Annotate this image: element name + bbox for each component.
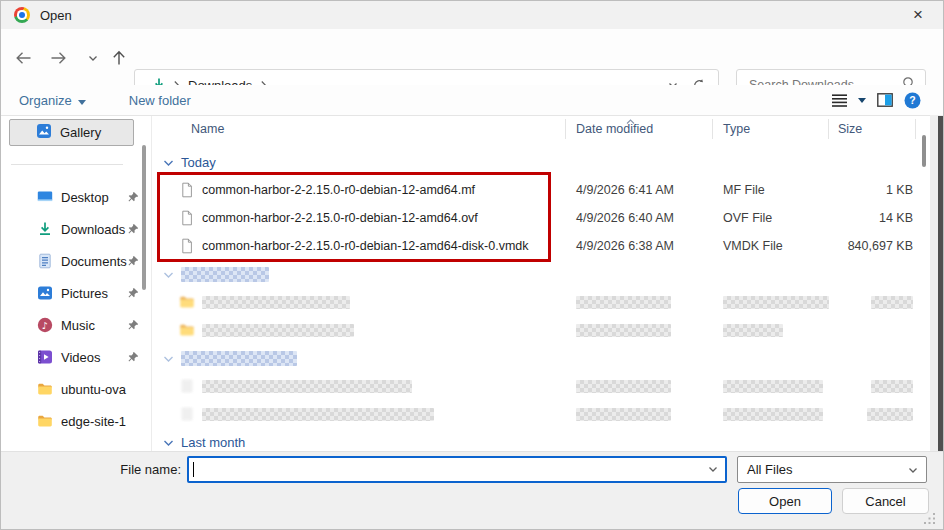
file-icon	[179, 182, 195, 198]
list-scrollbar-thumb[interactable]	[922, 135, 926, 167]
redacted-text	[576, 408, 671, 421]
navigation-sidebar: Gallery DesktopDownloadsDocumentsPicture…	[1, 116, 152, 451]
file-type-select[interactable]: All Files	[737, 456, 927, 483]
redacted-text	[871, 296, 913, 309]
recent-locations-button[interactable]	[80, 46, 106, 70]
file-size	[829, 408, 916, 421]
sidebar-item-label: Downloads	[61, 222, 125, 237]
file-size	[829, 380, 916, 393]
file-icon	[179, 238, 195, 254]
file-row[interactable]	[153, 288, 917, 316]
group-header-redacted[interactable]	[153, 260, 917, 288]
forward-button[interactable]	[45, 46, 71, 70]
dialog-footer: File name: All Files Open Cancel	[1, 451, 943, 529]
date-modified	[566, 324, 713, 337]
redacted-text	[871, 380, 913, 393]
file-row[interactable]: common-harbor-2-2.15.0-r0-debian-12-amd6…	[153, 176, 917, 204]
redacted-text	[202, 296, 350, 309]
file-list-body: Todaycommon-harbor-2-2.15.0-r0-debian-12…	[153, 142, 917, 451]
pin-icon	[127, 287, 139, 299]
sidebar-item-label: Videos	[61, 350, 101, 365]
view-dropdown-icon[interactable]	[858, 98, 866, 103]
file-name-dropdown-icon[interactable]	[701, 466, 725, 473]
list-scrollbar[interactable]	[917, 116, 931, 451]
sidebar-item-documents[interactable]: Documents	[1, 245, 151, 277]
file-size	[829, 296, 916, 309]
file-size: 1 KB	[829, 183, 916, 197]
cancel-button[interactable]: Cancel	[842, 488, 929, 514]
sidebar-item-downloads[interactable]: Downloads	[1, 213, 151, 245]
toolbar-right-group: ?	[832, 92, 921, 109]
file-type: MF File	[713, 183, 829, 197]
file-type	[713, 380, 829, 393]
column-header-name[interactable]: Name	[153, 119, 566, 139]
up-button[interactable]	[106, 46, 132, 70]
folder-icon	[37, 381, 53, 397]
file-row[interactable]	[153, 316, 917, 344]
back-button[interactable]	[10, 46, 36, 70]
sidebar-item-music[interactable]: ♪Music	[1, 309, 151, 341]
redacted-text	[202, 380, 412, 393]
sidebar-item-videos[interactable]: Videos	[1, 341, 151, 373]
sidebar-item-label: Gallery	[60, 125, 101, 140]
file-icon	[179, 378, 195, 394]
column-header-type[interactable]: Type	[713, 119, 829, 139]
preview-pane-icon[interactable]	[877, 93, 893, 107]
file-row[interactable]	[153, 372, 917, 400]
sidebar-item-edge-site-1[interactable]: edge-site-1	[1, 405, 151, 437]
group-label: Today	[181, 155, 216, 170]
close-button[interactable]: ×	[899, 1, 937, 29]
window-title: Open	[40, 8, 72, 23]
open-button[interactable]: Open	[738, 488, 832, 514]
file-name: common-harbor-2-2.15.0-r0-debian-12-amd6…	[202, 239, 529, 253]
organize-label: Organize	[19, 93, 72, 108]
sidebar-item-ubuntu-ova[interactable]: ubuntu-ova	[1, 373, 151, 405]
folder-icon	[179, 322, 195, 338]
file-list-panel: Name Date modified Type Size Todaycommon…	[153, 116, 931, 451]
folder-icon	[37, 413, 53, 429]
file-name: common-harbor-2-2.15.0-r0-debian-12-amd6…	[202, 183, 475, 197]
main-area: Gallery DesktopDownloadsDocumentsPicture…	[1, 115, 943, 451]
sidebar-item-pictures[interactable]: Pictures	[1, 277, 151, 309]
folder-icon	[179, 294, 195, 310]
redacted-text	[181, 351, 297, 366]
navigation-bar: Downloads	[1, 29, 943, 85]
command-toolbar: Organize New folder ?	[1, 85, 943, 115]
sidebar-item-label: ubuntu-ova	[61, 382, 126, 397]
new-folder-button[interactable]: New folder	[129, 93, 191, 108]
sidebar-item-gallery[interactable]: Gallery	[9, 119, 134, 146]
sidebar-scrollbar[interactable]	[142, 145, 146, 290]
file-size: 840,697 KB	[829, 239, 916, 253]
pin-icon	[127, 191, 139, 203]
title-bar: Open ×	[1, 1, 943, 29]
downloads-icon	[37, 221, 53, 237]
file-row[interactable]: common-harbor-2-2.15.0-r0-debian-12-amd6…	[153, 232, 917, 260]
file-type	[713, 324, 829, 337]
group-header-last-month[interactable]: Last month	[153, 428, 917, 451]
organize-button[interactable]: Organize	[19, 93, 86, 108]
file-type: VMDK File	[713, 239, 829, 253]
gallery-icon	[36, 123, 52, 142]
file-type	[713, 408, 829, 421]
column-header-row: Name Date modified Type Size	[153, 116, 931, 142]
column-header-size[interactable]: Size	[829, 119, 916, 139]
chevron-down-icon	[163, 435, 174, 450]
group-header-today[interactable]: Today	[153, 148, 917, 176]
list-view-icon[interactable]	[832, 94, 847, 107]
file-icon	[179, 406, 195, 422]
chevron-down-icon	[78, 93, 86, 108]
redacted-text	[723, 408, 823, 421]
sidebar-item-desktop[interactable]: Desktop	[1, 181, 151, 213]
column-header-date-modified[interactable]: Date modified	[566, 119, 713, 139]
redacted-text	[202, 324, 354, 337]
date-modified: 4/9/2026 6:38 AM	[566, 239, 713, 253]
file-name-input[interactable]	[194, 458, 701, 481]
file-row[interactable]: common-harbor-2-2.15.0-r0-debian-12-amd6…	[153, 204, 917, 232]
help-icon[interactable]: ?	[904, 92, 921, 109]
resize-grip[interactable]	[923, 512, 936, 525]
file-name: common-harbor-2-2.15.0-r0-debian-12-amd6…	[202, 211, 478, 225]
file-row[interactable]	[153, 400, 917, 428]
redacted-text	[723, 324, 783, 337]
group-header-redacted[interactable]	[153, 344, 917, 372]
chevron-down-icon	[163, 267, 174, 282]
